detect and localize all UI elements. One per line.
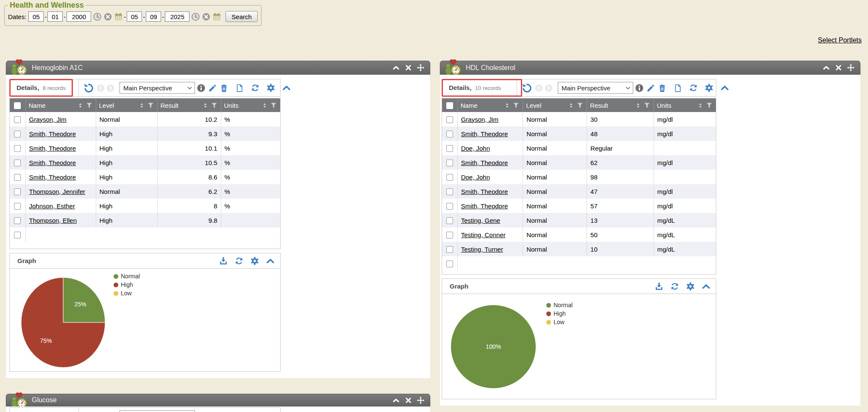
row-checkbox[interactable] bbox=[14, 217, 21, 224]
collapse-icon[interactable] bbox=[392, 64, 400, 72]
prev-icon[interactable] bbox=[97, 84, 105, 92]
patient-link[interactable]: Testing, Gene bbox=[461, 217, 501, 224]
filter-icon[interactable] bbox=[706, 102, 713, 109]
download-icon[interactable] bbox=[654, 282, 664, 291]
sort-icon[interactable] bbox=[262, 102, 268, 109]
info-icon[interactable] bbox=[635, 84, 644, 92]
move-icon[interactable] bbox=[847, 64, 855, 72]
to-year-field[interactable] bbox=[165, 11, 189, 22]
sort-icon[interactable] bbox=[504, 102, 510, 109]
portlet-title-bar[interactable]: HDL Cholesterol bbox=[440, 61, 860, 75]
collapse-icon[interactable] bbox=[392, 396, 400, 404]
row-checkbox[interactable] bbox=[446, 174, 453, 181]
row-checkbox[interactable] bbox=[446, 160, 453, 166]
gear-icon[interactable] bbox=[266, 83, 275, 92]
sort-icon[interactable] bbox=[77, 102, 83, 109]
column-header-name[interactable]: Name bbox=[25, 98, 96, 112]
filter-icon[interactable] bbox=[576, 102, 584, 109]
patient-link[interactable]: Johnson, Esther bbox=[29, 202, 75, 210]
patient-link[interactable]: Doe, John bbox=[461, 145, 490, 152]
filter-icon[interactable] bbox=[86, 102, 93, 109]
to-clear-icon[interactable] bbox=[202, 12, 211, 21]
to-day-field[interactable] bbox=[146, 11, 161, 22]
row-checkbox[interactable] bbox=[446, 131, 453, 137]
perspective-select[interactable]: Main Perspective bbox=[558, 82, 633, 94]
filter-icon[interactable] bbox=[270, 102, 277, 109]
row-checkbox[interactable] bbox=[14, 116, 21, 123]
patient-link[interactable]: Smith, Theodore bbox=[461, 188, 508, 195]
edit-icon[interactable] bbox=[208, 84, 217, 92]
next-icon[interactable] bbox=[545, 84, 553, 92]
select-all-checkbox[interactable] bbox=[446, 102, 453, 109]
download-icon[interactable] bbox=[219, 256, 228, 266]
from-year-field[interactable] bbox=[67, 11, 91, 22]
row-checkbox[interactable] bbox=[446, 203, 453, 210]
patient-link[interactable]: Doe, John bbox=[461, 174, 490, 181]
close-icon[interactable] bbox=[835, 64, 843, 72]
undo-icon[interactable] bbox=[83, 82, 94, 93]
row-checkbox[interactable] bbox=[14, 232, 21, 238]
select-portlets-link[interactable]: Select Portlets bbox=[818, 36, 862, 44]
to-calendar-icon[interactable] bbox=[212, 12, 221, 21]
gear-icon[interactable] bbox=[704, 83, 714, 92]
gear-icon[interactable] bbox=[686, 282, 695, 291]
delete-icon[interactable] bbox=[658, 84, 667, 92]
refresh-icon[interactable] bbox=[250, 83, 260, 92]
patient-link[interactable]: Smith, Theodore bbox=[461, 202, 508, 210]
column-header-level[interactable]: Level bbox=[523, 98, 587, 112]
to-month-field[interactable] bbox=[127, 11, 142, 22]
patient-link[interactable]: Grayson, Jim bbox=[29, 116, 67, 123]
row-checkbox[interactable] bbox=[14, 174, 21, 181]
search-button[interactable]: Search bbox=[225, 11, 258, 22]
filter-icon[interactable] bbox=[147, 102, 154, 109]
collapse-section-icon[interactable] bbox=[720, 83, 729, 92]
patient-link[interactable]: Smith, Theodore bbox=[29, 145, 76, 152]
info-icon[interactable] bbox=[197, 84, 206, 92]
perspective-select[interactable] bbox=[120, 410, 195, 412]
row-checkbox[interactable] bbox=[14, 188, 21, 195]
prev-icon[interactable] bbox=[535, 84, 543, 92]
to-time-icon[interactable] bbox=[191, 12, 200, 21]
select-all-checkbox[interactable] bbox=[14, 102, 21, 109]
column-header-level[interactable]: Level bbox=[96, 98, 157, 112]
column-header-name[interactable]: Name bbox=[457, 98, 523, 112]
refresh-icon[interactable] bbox=[670, 282, 679, 291]
patient-link[interactable]: Smith, Theodore bbox=[461, 159, 508, 166]
portlet-title-bar[interactable]: Hemoglobin A1C bbox=[6, 61, 430, 75]
collapse-section-icon[interactable] bbox=[701, 282, 711, 291]
refresh-icon[interactable] bbox=[689, 83, 698, 92]
row-checkbox[interactable] bbox=[446, 232, 453, 238]
patient-link[interactable]: Testing, Conner bbox=[461, 231, 506, 238]
row-checkbox[interactable] bbox=[14, 131, 21, 137]
collapse-icon[interactable] bbox=[822, 64, 830, 72]
column-header-result[interactable]: Result bbox=[157, 98, 221, 112]
delete-icon[interactable] bbox=[220, 84, 228, 92]
column-header-units[interactable]: Units bbox=[654, 98, 716, 112]
column-header-units[interactable]: Units bbox=[221, 98, 280, 112]
patient-link[interactable]: Smith, Theodore bbox=[29, 130, 76, 137]
collapse-section-icon[interactable] bbox=[266, 256, 275, 266]
edit-icon[interactable] bbox=[646, 84, 655, 92]
row-checkbox[interactable] bbox=[14, 160, 21, 166]
patient-link[interactable]: Smith, Theodore bbox=[29, 174, 76, 181]
perspective-select[interactable]: Main Perspective bbox=[120, 82, 195, 94]
sort-icon[interactable] bbox=[202, 102, 209, 109]
gear-icon[interactable] bbox=[250, 256, 259, 266]
filter-icon[interactable] bbox=[643, 102, 651, 109]
patient-link[interactable]: Smith, Theodore bbox=[461, 130, 508, 137]
close-icon[interactable] bbox=[404, 64, 412, 72]
row-checkbox[interactable] bbox=[446, 261, 453, 267]
row-checkbox[interactable] bbox=[446, 116, 453, 123]
new-document-icon[interactable] bbox=[673, 84, 682, 92]
sort-icon[interactable] bbox=[139, 102, 145, 109]
sort-icon[interactable] bbox=[697, 102, 704, 109]
new-document-icon[interactable] bbox=[235, 84, 244, 92]
row-checkbox[interactable] bbox=[446, 188, 453, 195]
patient-link[interactable]: Thompson, Jennifer bbox=[29, 188, 86, 195]
sort-icon[interactable] bbox=[635, 102, 641, 109]
row-checkbox[interactable] bbox=[14, 203, 21, 210]
from-day-field[interactable] bbox=[47, 11, 63, 22]
column-header-result[interactable]: Result bbox=[587, 98, 654, 112]
patient-link[interactable]: Thompson, Ellen bbox=[29, 217, 77, 224]
undo-icon[interactable] bbox=[521, 82, 532, 93]
